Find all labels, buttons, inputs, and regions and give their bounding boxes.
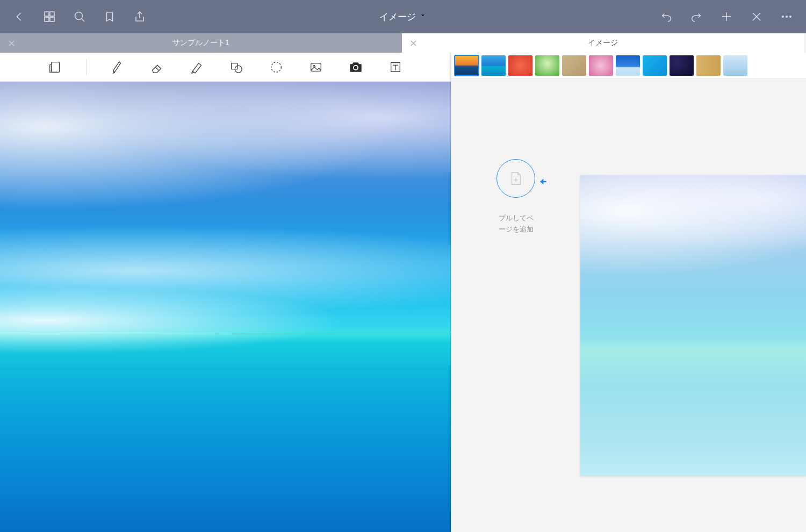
thumbnail-night-stars[interactable]: [670, 55, 694, 76]
text-tool[interactable]: [386, 58, 405, 76]
shapes-tool[interactable]: [227, 58, 246, 76]
more-icon[interactable]: [779, 9, 794, 24]
svg-line-18: [155, 67, 159, 71]
svg-point-25: [354, 66, 357, 69]
chevron-down-icon: [419, 11, 427, 22]
svg-rect-1: [50, 12, 54, 16]
tab-label: イメージ: [417, 38, 789, 48]
svg-point-11: [786, 16, 788, 18]
ocean-image: [0, 82, 451, 532]
pen-tool[interactable]: [108, 58, 126, 76]
thumbnail-bluesky[interactable]: [616, 55, 640, 76]
page-preview[interactable]: [580, 175, 806, 476]
camera-tool[interactable]: [347, 58, 365, 76]
svg-point-23: [313, 65, 315, 67]
image-tool[interactable]: [307, 58, 325, 76]
tab-image[interactable]: イメージ: [402, 33, 804, 53]
svg-line-5: [82, 19, 84, 21]
image-picker-pane: プルしてペ ージを追加: [451, 53, 806, 532]
grid-view-icon[interactable]: [42, 9, 57, 24]
add-button[interactable]: [719, 9, 734, 24]
thumbnail-wood[interactable]: [696, 55, 721, 76]
eraser-tool[interactable]: [148, 58, 166, 76]
tab-strip: サンプルノート1 イメージ: [0, 33, 806, 53]
thumbnail-blossom[interactable]: [589, 55, 613, 76]
undo-button[interactable]: [659, 9, 674, 24]
svg-point-12: [789, 16, 791, 18]
svg-rect-17: [52, 62, 60, 72]
app-topbar: イメージ: [0, 0, 806, 33]
svg-rect-2: [45, 17, 49, 21]
bookmark-icon[interactable]: [102, 9, 117, 24]
topbar-left: [12, 9, 147, 24]
close-icon[interactable]: [409, 39, 417, 47]
tab-sample-note[interactable]: サンプルノート1: [0, 33, 402, 53]
close-icon[interactable]: [8, 39, 15, 47]
pull-hint-text: プルしてペ ージを追加: [499, 213, 534, 235]
close-cross-icon[interactable]: [749, 9, 764, 24]
pull-hint-line2: ージを追加: [499, 225, 534, 233]
document-title[interactable]: イメージ: [379, 11, 427, 23]
pull-to-add-hint: プルしてペ ージを追加: [451, 78, 580, 532]
tab-label: サンプルノート1: [15, 38, 387, 48]
thumbnail-green-leaves[interactable]: [535, 55, 559, 76]
back-button[interactable]: [12, 9, 27, 24]
toolbar-separator: [86, 59, 87, 75]
topbar-right: [659, 9, 794, 24]
share-icon[interactable]: [132, 9, 147, 24]
add-page-circle[interactable]: [496, 159, 535, 198]
arrow-left-icon: [537, 177, 548, 188]
svg-point-21: [271, 62, 282, 72]
svg-rect-3: [50, 17, 54, 21]
thumbnail-strip[interactable]: [451, 53, 806, 78]
svg-point-4: [75, 12, 83, 20]
tool-toolbar: [0, 53, 451, 82]
svg-rect-22: [311, 63, 321, 71]
picker-body: プルしてペ ージを追加: [451, 78, 806, 532]
editor-pane: [0, 53, 451, 532]
search-icon[interactable]: [72, 9, 87, 24]
svg-rect-0: [45, 12, 49, 16]
pull-hint-line1: プルしてペ: [499, 214, 534, 222]
main-split: プルしてペ ージを追加: [0, 53, 806, 532]
page-style-tool[interactable]: [46, 58, 64, 76]
title-text: イメージ: [379, 11, 416, 23]
thumbnail-winter[interactable]: [723, 55, 747, 76]
highlighter-tool[interactable]: [188, 58, 206, 76]
thumbnail-sand[interactable]: [562, 55, 586, 76]
svg-point-10: [782, 16, 784, 18]
thumbnail-water-tex[interactable]: [643, 55, 667, 76]
canvas-area[interactable]: [0, 82, 451, 532]
redo-button[interactable]: [689, 9, 704, 24]
thumbnail-ocean-sky[interactable]: [481, 55, 506, 76]
thumbnail-autumn-red[interactable]: [508, 55, 532, 76]
lasso-tool[interactable]: [267, 58, 285, 76]
thumbnail-sunset[interactable]: [455, 55, 479, 76]
